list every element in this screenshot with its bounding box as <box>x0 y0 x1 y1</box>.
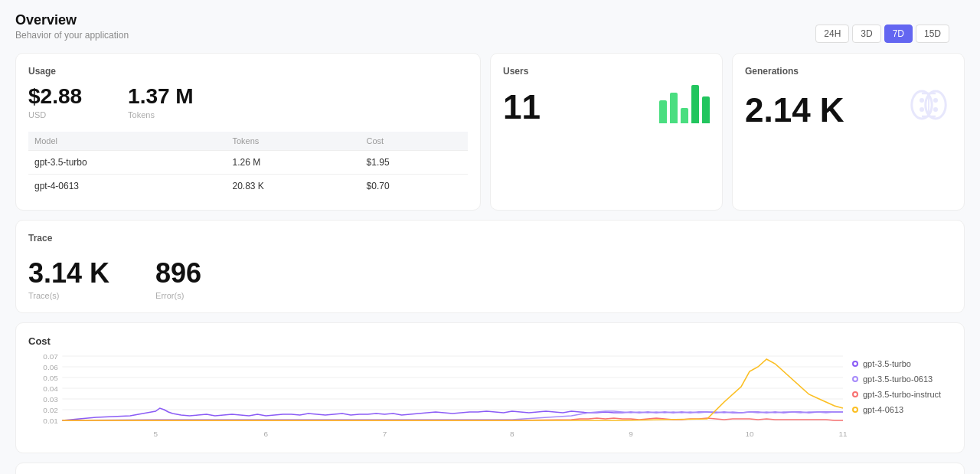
top-cards: Usage $2.88 USD 1.37 M Tokens Model Toke… <box>15 53 965 211</box>
trace-errors-value: 896 <box>155 257 201 289</box>
users-value: 11 <box>503 90 541 124</box>
time-btn-7d[interactable]: 7D <box>884 25 913 43</box>
generations-card: Generations 2.14 K <box>732 53 965 211</box>
table-cell: 1.26 M <box>226 151 360 175</box>
table-row: gpt-3.5-turbo1.26 M$1.95 <box>28 151 468 175</box>
table-cell: gpt-4-0613 <box>28 175 226 198</box>
cost-chart-legend: gpt-3.5-turbogpt-3.5-turbo-0613gpt-3.5-t… <box>852 356 952 440</box>
user-bar <box>681 108 688 123</box>
svg-text:0.03: 0.03 <box>43 395 57 403</box>
svg-text:0.04: 0.04 <box>43 384 57 392</box>
time-controls: 24H3D7D15D <box>815 25 949 43</box>
legend-label: gpt-3.5-turbo-instruct <box>863 390 941 399</box>
svg-point-5 <box>920 98 924 103</box>
usage-table-header-row: Model Tokens Cost <box>28 132 468 151</box>
user-bar <box>691 85 699 123</box>
trace-card: Trace 3.14 K Trace(s) 896 Error(s) <box>15 220 965 313</box>
usage-tokens-value: 1.37 M <box>128 84 194 109</box>
svg-text:0.07: 0.07 <box>43 352 57 360</box>
legend-item: gpt-4-0613 <box>852 405 952 414</box>
table-cell: $1.95 <box>361 151 468 175</box>
usage-table-body: gpt-3.5-turbo1.26 M$1.95gpt-4-061320.83 … <box>28 151 468 198</box>
trace-values: 3.14 K Trace(s) 896 Error(s) <box>28 257 952 300</box>
legend-dot <box>852 391 858 397</box>
trace-traces-value: 3.14 K <box>28 257 109 289</box>
usage-usd-value: $2.88 <box>28 84 82 109</box>
svg-text:5: 5 <box>153 430 158 437</box>
cost-chart-svg-wrap: 0.07 0.06 0.05 0.04 0.03 0.02 0.01 5 6 7… <box>28 356 843 440</box>
time-btn-15d[interactable]: 15D <box>916 25 949 43</box>
legend-label: gpt-4-0613 <box>863 405 903 414</box>
cost-chart-title: Cost <box>28 335 952 347</box>
svg-text:8: 8 <box>510 430 514 437</box>
table-row: gpt-4-061320.83 K$0.70 <box>28 175 468 198</box>
user-bar <box>670 93 678 123</box>
usage-values: $2.88 USD 1.37 M Tokens <box>28 84 468 119</box>
tokens-chart-card: Tokens 1,000 K 800 K 600 K 400 K 200 K 5… <box>15 463 965 474</box>
trace-title: Trace <box>28 233 952 244</box>
svg-text:0.02: 0.02 <box>43 406 57 414</box>
usage-table: Model Tokens Cost gpt-3.5-turbo1.26 M$1.… <box>28 132 468 198</box>
legend-label: gpt-3.5-turbo <box>863 359 911 368</box>
svg-text:10: 10 <box>746 430 754 437</box>
svg-text:9: 9 <box>629 430 633 437</box>
users-title: Users <box>503 66 710 77</box>
trace-errors-block: 896 Error(s) <box>155 257 201 300</box>
svg-text:0.05: 0.05 <box>43 374 57 381</box>
svg-text:0.01: 0.01 <box>43 417 57 424</box>
users-card: Users 11 <box>490 53 723 211</box>
col-cost: Cost <box>361 132 468 151</box>
table-cell: $0.70 <box>361 175 468 198</box>
legend-dot <box>852 407 858 413</box>
trace-traces-label: Trace(s) <box>28 291 109 300</box>
svg-text:0.06: 0.06 <box>43 363 57 371</box>
trace-traces-block: 3.14 K Trace(s) <box>28 257 109 300</box>
generations-value: 2.14 K <box>745 93 844 127</box>
time-btn-24h[interactable]: 24H <box>815 25 849 43</box>
cost-chart-card: Cost 0.07 0.06 0.05 0.04 0.03 0.02 0.01 <box>15 322 965 453</box>
legend-dot <box>852 361 858 367</box>
cost-chart-svg: 0.07 0.06 0.05 0.04 0.03 0.02 0.01 5 6 7… <box>28 356 843 440</box>
legend-item: gpt-3.5-turbo <box>852 359 952 368</box>
col-tokens: Tokens <box>226 132 360 151</box>
usage-tokens-block: 1.37 M Tokens <box>128 84 194 119</box>
legend-dot <box>852 376 858 382</box>
svg-text:6: 6 <box>264 430 269 437</box>
user-bar <box>702 96 710 123</box>
usage-title: Usage <box>28 66 468 77</box>
usage-tokens-label: Tokens <box>128 110 194 119</box>
legend-item: gpt-3.5-turbo-instruct <box>852 390 952 399</box>
col-model: Model <box>28 132 226 151</box>
cost-line-gpt4 <box>62 359 843 420</box>
table-cell: 20.83 K <box>226 175 360 198</box>
legend-item: gpt-3.5-turbo-0613 <box>852 374 952 384</box>
usage-usd-label: USD <box>28 110 82 119</box>
table-cell: gpt-3.5-turbo <box>28 151 226 175</box>
usage-usd-block: $2.88 USD <box>28 84 82 119</box>
time-btn-3d[interactable]: 3D <box>852 25 880 43</box>
svg-text:11: 11 <box>838 430 847 437</box>
generations-title: Generations <box>745 66 952 77</box>
svg-point-8 <box>933 107 938 112</box>
user-bar <box>659 100 667 123</box>
users-bar-chart <box>659 85 710 123</box>
brain-icon <box>906 84 952 130</box>
legend-label: gpt-3.5-turbo-0613 <box>863 374 933 384</box>
svg-point-6 <box>933 98 938 103</box>
users-content: 11 <box>503 84 710 124</box>
usage-card: Usage $2.88 USD 1.37 M Tokens Model Toke… <box>15 53 481 211</box>
generations-content: 2.14 K <box>745 84 952 130</box>
cost-chart-area: 0.07 0.06 0.05 0.04 0.03 0.02 0.01 5 6 7… <box>28 356 952 440</box>
svg-text:7: 7 <box>383 430 387 437</box>
usage-table-head: Model Tokens Cost <box>28 132 468 151</box>
svg-point-7 <box>920 107 924 112</box>
trace-errors-label: Error(s) <box>155 291 201 300</box>
